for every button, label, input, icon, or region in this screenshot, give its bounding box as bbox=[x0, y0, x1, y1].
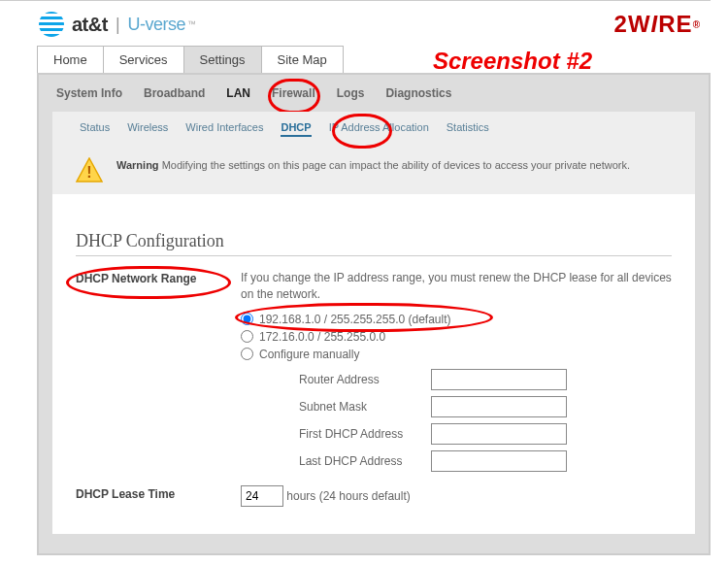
radio-range-172-label: 172.16.0.0 / 255.255.0.0 bbox=[259, 330, 385, 344]
label-last-dhcp: Last DHCP Address bbox=[299, 454, 425, 468]
section-title-dhcp-config: DHCP Configuration bbox=[76, 231, 672, 256]
subsub-wireless[interactable]: Wireless bbox=[127, 121, 168, 137]
subtab-system-info[interactable]: System Info bbox=[56, 86, 122, 100]
warning-icon: ! bbox=[76, 157, 103, 183]
tab-home[interactable]: Home bbox=[37, 46, 104, 73]
warning-label: Warning bbox=[116, 159, 159, 171]
label-first-dhcp: First DHCP Address bbox=[299, 427, 425, 441]
tab-services[interactable]: Services bbox=[103, 46, 184, 73]
att-globe-icon bbox=[39, 12, 64, 37]
subsub-wired-interfaces[interactable]: Wired Interfaces bbox=[185, 121, 263, 137]
subtab-logs[interactable]: Logs bbox=[337, 86, 365, 100]
input-subnet-mask[interactable] bbox=[431, 396, 567, 417]
label-subnet-mask: Subnet Mask bbox=[299, 400, 425, 414]
subtab-lan[interactable]: LAN bbox=[226, 86, 250, 100]
radio-range-172[interactable] bbox=[241, 330, 253, 343]
uverse-text: U-verse bbox=[128, 15, 186, 35]
radio-range-default[interactable] bbox=[241, 313, 253, 325]
tab-settings[interactable]: Settings bbox=[183, 46, 262, 73]
lan-subsubtabs: Status Wireless Wired Interfaces DHCP IP… bbox=[80, 121, 668, 137]
lan-subpanel: Status Wireless Wired Interfaces DHCP IP… bbox=[52, 112, 695, 534]
input-last-dhcp-address[interactable] bbox=[431, 450, 567, 472]
warning-banner: ! Warning Modifying the settings on this… bbox=[52, 146, 695, 194]
radio-range-manual[interactable] bbox=[241, 348, 253, 360]
svg-text:!: ! bbox=[86, 164, 91, 181]
warning-text: Modifying the settings on this page can … bbox=[162, 159, 630, 171]
label-dhcp-network-range: DHCP Network Range bbox=[76, 270, 241, 285]
label-dhcp-lease-time: DHCP Lease Time bbox=[76, 485, 241, 501]
input-router-address[interactable] bbox=[431, 369, 567, 390]
radio-range-manual-label: Configure manually bbox=[259, 348, 359, 361]
input-first-dhcp-address[interactable] bbox=[431, 423, 567, 445]
label-router-address: Router Address bbox=[299, 373, 425, 386]
att-text: at&t bbox=[72, 14, 108, 36]
twowire-logo: 2WIRE® bbox=[614, 11, 701, 38]
dhcp-range-note: If you change the IP address range, you … bbox=[241, 270, 672, 303]
subsub-status[interactable]: Status bbox=[80, 121, 110, 137]
settings-panel: System Info Broadband LAN Firewall Logs … bbox=[37, 73, 711, 555]
subsub-ip-allocation[interactable]: IP Address Allocation bbox=[329, 121, 429, 137]
input-dhcp-lease-time[interactable] bbox=[241, 485, 283, 507]
radio-range-default-label: 192.168.1.0 / 255.255.255.0 (default) bbox=[259, 313, 451, 326]
subtab-broadband[interactable]: Broadband bbox=[144, 86, 205, 100]
settings-subtabs: System Info Broadband LAN Firewall Logs … bbox=[39, 75, 709, 112]
top-tabbar: Home Services Settings Site Map bbox=[37, 46, 728, 73]
row-dhcp-lease-time: DHCP Lease Time hours (24 hours default) bbox=[76, 485, 672, 507]
subtab-diagnostics[interactable]: Diagnostics bbox=[385, 86, 451, 100]
subsub-dhcp[interactable]: DHCP bbox=[281, 121, 311, 137]
subsub-statistics[interactable]: Statistics bbox=[447, 121, 489, 137]
branding-bar: at&t | U-verse ™ 2WIRE® Screenshot #2 bbox=[0, 1, 728, 46]
att-uverse-logo: at&t | U-verse ™ bbox=[39, 12, 196, 37]
lease-suffix: hours (24 hours default) bbox=[286, 489, 410, 503]
annotation-label: Screenshot #2 bbox=[433, 48, 592, 75]
subtab-firewall[interactable]: Firewall bbox=[272, 86, 315, 100]
row-dhcp-network-range: DHCP Network Range If you change the IP … bbox=[76, 270, 672, 478]
tab-sitemap[interactable]: Site Map bbox=[261, 46, 344, 73]
